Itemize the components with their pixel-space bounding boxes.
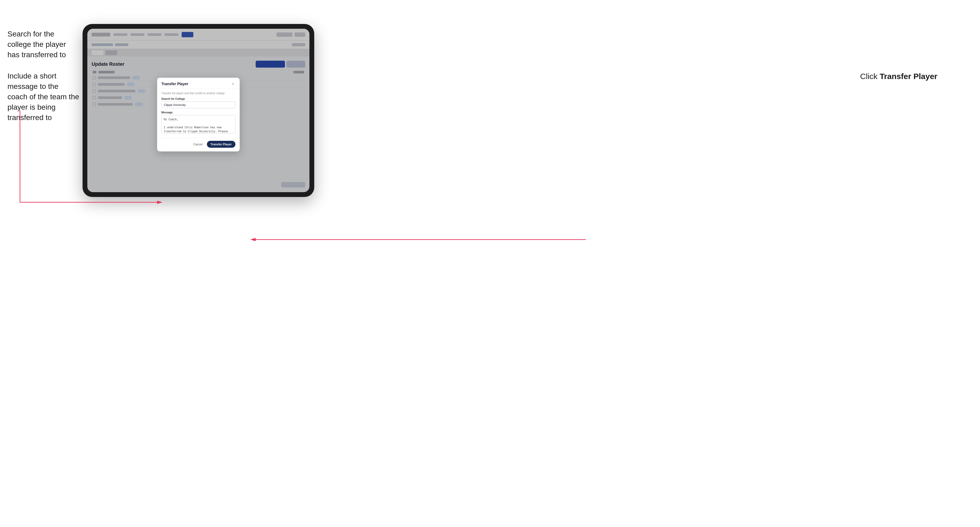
svg-marker-4 (250, 238, 256, 241)
tablet-screen: Update Roster (88, 29, 309, 192)
search-college-input[interactable] (161, 102, 235, 108)
modal-body: Transfer the player and their profile to… (157, 89, 240, 138)
right-annotation: Click Transfer Player (860, 72, 937, 81)
message-label: Message (161, 111, 235, 114)
transfer-player-button[interactable]: Transfer Player (207, 141, 236, 148)
annotation-message-text: Include a short message to the coach of … (8, 72, 79, 122)
modal-overlay: Transfer Player × Transfer the player an… (88, 29, 309, 192)
modal-title: Transfer Player (161, 82, 188, 86)
cancel-button[interactable]: Cancel (191, 141, 205, 147)
search-college-label: Search for College (161, 97, 235, 100)
transfer-player-modal: Transfer Player × Transfer the player an… (157, 78, 240, 151)
modal-footer: Cancel Transfer Player (157, 138, 240, 151)
modal-header: Transfer Player × (157, 78, 240, 89)
left-annotation: Search for the college the player has tr… (8, 29, 80, 123)
message-textarea[interactable]: Hi Coach, I understand Chris Robertson h… (161, 115, 235, 133)
modal-subtitle: Transfer the player and their profile to… (161, 92, 235, 95)
tablet-frame: Update Roster (83, 24, 314, 197)
annotation-search-text: Search for the college the player has tr… (8, 30, 66, 59)
svg-marker-2 (157, 201, 162, 204)
annotation-transfer-bold: Transfer Player (880, 72, 937, 81)
modal-close-button[interactable]: × (231, 81, 235, 86)
annotation-click-prefix: Click (860, 72, 880, 81)
